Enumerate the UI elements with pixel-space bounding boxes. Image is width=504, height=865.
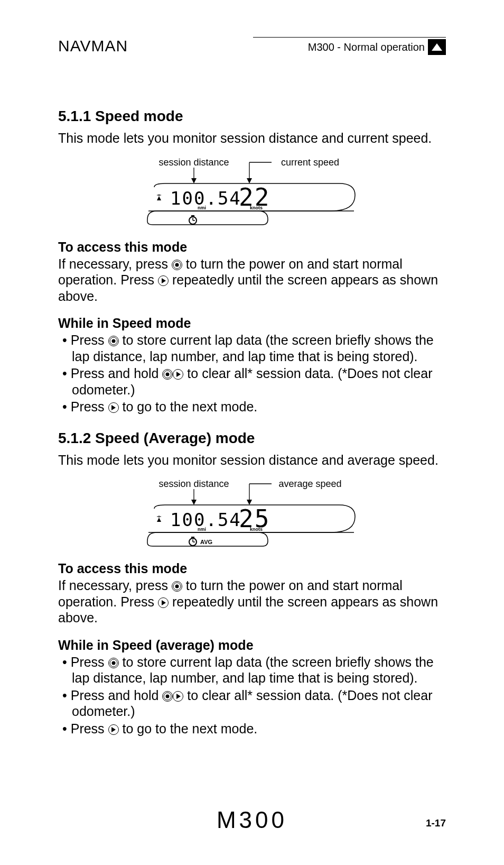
display-distance-unit-2: nmi — [198, 527, 206, 532]
bullet-1b: Press to store current lap data (the scr… — [58, 654, 446, 686]
mode-button-icon — [108, 724, 119, 735]
callout-session-distance: session distance — [158, 158, 229, 168]
mode-button-icon — [108, 402, 119, 413]
header-subtitle-text: M300 - Normal operation — [308, 41, 425, 53]
mode-button-icon — [173, 691, 183, 702]
device-diagram-2: session distance average speed 100.54 nm… — [58, 480, 446, 548]
access-heading: To access this mode — [58, 240, 446, 255]
bullet-3: Press to go to the next mode. — [58, 399, 446, 415]
power-button-icon — [172, 260, 182, 270]
bullet-2b: Press and hold to clear all* session dat… — [58, 687, 446, 720]
header-right: M300 - Normal operation — [253, 51, 446, 55]
mode-button-icon — [173, 369, 183, 380]
display-speed-unit: knots — [250, 205, 263, 210]
footer-model: M300 — [217, 807, 287, 833]
device-svg-2: session distance average speed 100.54 nm… — [141, 480, 363, 548]
mode-button-icon — [158, 275, 169, 286]
svg-marker-6 — [157, 196, 161, 200]
callout-session-distance-2: session distance — [158, 480, 229, 489]
access-text: If necessary, press to turn the power on… — [58, 256, 446, 305]
power-button-icon — [172, 581, 182, 592]
access-heading-2: To access this mode — [58, 561, 446, 576]
svg-marker-14 — [191, 500, 197, 505]
display-distance-unit: nmi — [198, 205, 206, 210]
power-button-icon — [108, 336, 119, 346]
device-svg-1: session distance current speed 100.54 nm… — [141, 158, 363, 227]
power-button-icon — [108, 658, 119, 668]
svg-marker-1 — [191, 178, 197, 183]
header-subtitle: M300 - Normal operation — [308, 39, 446, 55]
while-heading: While in Speed mode — [58, 316, 446, 331]
bullet-1: Press to store current lap data (the scr… — [58, 332, 446, 364]
callout-current-speed: current speed — [281, 158, 339, 168]
svg-marker-19 — [157, 518, 161, 522]
mode-button-icon — [158, 597, 169, 608]
section-heading-2: 5.1.2 Speed (Average) mode — [58, 430, 446, 447]
bullet-3b: Press to go to the next mode. — [58, 721, 446, 737]
brand-text: NAVMAN — [58, 37, 128, 55]
power-button-icon — [162, 369, 173, 380]
section-heading: 5.1.1 Speed mode — [58, 108, 446, 125]
section-intro-2: This mode lets you monitor session dista… — [58, 452, 446, 468]
section-speed-mode: 5.1.1 Speed mode This mode lets you moni… — [58, 108, 446, 415]
svg-rect-23 — [191, 537, 194, 538]
avg-label: AVG — [200, 539, 212, 545]
bullet-list-1: Press to store current lap data (the scr… — [58, 332, 446, 415]
while-heading-2: While in Speed (average) mode — [58, 638, 446, 653]
display-speed-unit-2: knots — [250, 527, 263, 532]
header-divider — [253, 37, 446, 38]
power-button-icon — [162, 691, 173, 702]
up-triangle-icon — [428, 39, 446, 55]
section-intro: This mode lets you monitor session dista… — [58, 130, 446, 146]
bullet-2: Press and hold to clear all* session dat… — [58, 365, 446, 398]
footer-page-number: 1-17 — [426, 817, 446, 829]
page-header: NAVMAN M300 - Normal operation — [58, 37, 446, 55]
device-diagram-1: session distance current speed 100.54 nm… — [58, 158, 446, 227]
access-text-2: If necessary, press to turn the power on… — [58, 577, 446, 626]
bullet-list-2: Press to store current lap data (the scr… — [58, 654, 446, 737]
section-speed-avg-mode: 5.1.2 Speed (Average) mode This mode let… — [58, 430, 446, 737]
svg-rect-10 — [191, 215, 194, 217]
page-footer: M300 1-17 — [58, 807, 446, 833]
callout-average-speed: average speed — [278, 480, 341, 489]
